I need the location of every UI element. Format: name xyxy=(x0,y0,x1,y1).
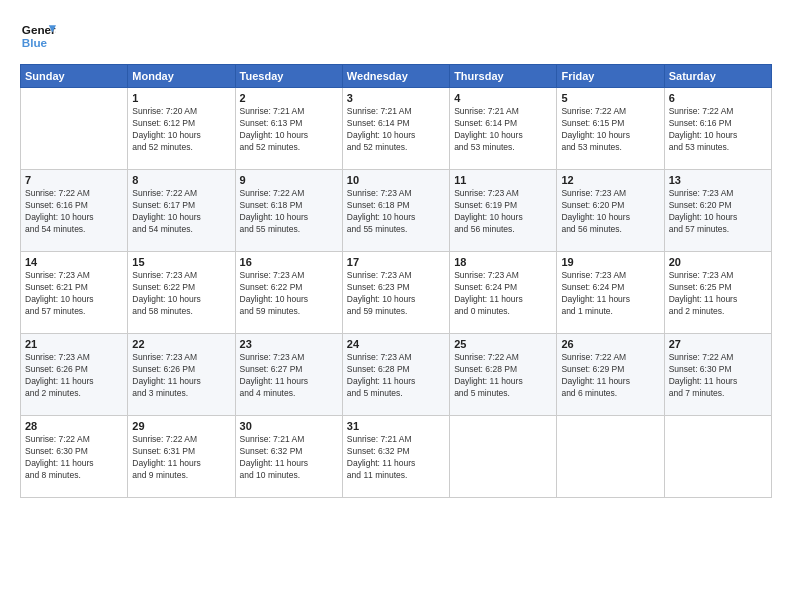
day-info: Sunrise: 7:23 AM Sunset: 6:28 PM Dayligh… xyxy=(347,352,445,400)
calendar-header-row: SundayMondayTuesdayWednesdayThursdayFrid… xyxy=(21,65,772,88)
day-number: 31 xyxy=(347,420,445,432)
day-info: Sunrise: 7:22 AM Sunset: 6:17 PM Dayligh… xyxy=(132,188,230,236)
day-cell: 7Sunrise: 7:22 AM Sunset: 6:16 PM Daylig… xyxy=(21,170,128,252)
day-cell xyxy=(450,416,557,498)
day-info: Sunrise: 7:21 AM Sunset: 6:32 PM Dayligh… xyxy=(240,434,338,482)
col-header-wednesday: Wednesday xyxy=(342,65,449,88)
day-number: 27 xyxy=(669,338,767,350)
day-number: 18 xyxy=(454,256,552,268)
day-cell: 10Sunrise: 7:23 AM Sunset: 6:18 PM Dayli… xyxy=(342,170,449,252)
day-cell xyxy=(21,88,128,170)
col-header-friday: Friday xyxy=(557,65,664,88)
day-cell: 5Sunrise: 7:22 AM Sunset: 6:15 PM Daylig… xyxy=(557,88,664,170)
day-cell: 20Sunrise: 7:23 AM Sunset: 6:25 PM Dayli… xyxy=(664,252,771,334)
week-row-2: 7Sunrise: 7:22 AM Sunset: 6:16 PM Daylig… xyxy=(21,170,772,252)
day-cell: 23Sunrise: 7:23 AM Sunset: 6:27 PM Dayli… xyxy=(235,334,342,416)
day-number: 7 xyxy=(25,174,123,186)
day-cell: 28Sunrise: 7:22 AM Sunset: 6:30 PM Dayli… xyxy=(21,416,128,498)
day-info: Sunrise: 7:22 AM Sunset: 6:30 PM Dayligh… xyxy=(25,434,123,482)
week-row-3: 14Sunrise: 7:23 AM Sunset: 6:21 PM Dayli… xyxy=(21,252,772,334)
day-number: 28 xyxy=(25,420,123,432)
day-info: Sunrise: 7:23 AM Sunset: 6:24 PM Dayligh… xyxy=(561,270,659,318)
day-info: Sunrise: 7:23 AM Sunset: 6:22 PM Dayligh… xyxy=(240,270,338,318)
day-info: Sunrise: 7:22 AM Sunset: 6:16 PM Dayligh… xyxy=(669,106,767,154)
day-number: 9 xyxy=(240,174,338,186)
day-cell: 14Sunrise: 7:23 AM Sunset: 6:21 PM Dayli… xyxy=(21,252,128,334)
day-cell: 21Sunrise: 7:23 AM Sunset: 6:26 PM Dayli… xyxy=(21,334,128,416)
day-info: Sunrise: 7:20 AM Sunset: 6:12 PM Dayligh… xyxy=(132,106,230,154)
day-cell: 1Sunrise: 7:20 AM Sunset: 6:12 PM Daylig… xyxy=(128,88,235,170)
day-number: 11 xyxy=(454,174,552,186)
col-header-sunday: Sunday xyxy=(21,65,128,88)
col-header-monday: Monday xyxy=(128,65,235,88)
col-header-thursday: Thursday xyxy=(450,65,557,88)
day-cell: 30Sunrise: 7:21 AM Sunset: 6:32 PM Dayli… xyxy=(235,416,342,498)
day-cell: 16Sunrise: 7:23 AM Sunset: 6:22 PM Dayli… xyxy=(235,252,342,334)
day-cell: 24Sunrise: 7:23 AM Sunset: 6:28 PM Dayli… xyxy=(342,334,449,416)
day-info: Sunrise: 7:21 AM Sunset: 6:14 PM Dayligh… xyxy=(347,106,445,154)
day-number: 17 xyxy=(347,256,445,268)
day-cell: 4Sunrise: 7:21 AM Sunset: 6:14 PM Daylig… xyxy=(450,88,557,170)
calendar-table: SundayMondayTuesdayWednesdayThursdayFrid… xyxy=(20,64,772,498)
week-row-5: 28Sunrise: 7:22 AM Sunset: 6:30 PM Dayli… xyxy=(21,416,772,498)
day-cell: 25Sunrise: 7:22 AM Sunset: 6:28 PM Dayli… xyxy=(450,334,557,416)
day-number: 23 xyxy=(240,338,338,350)
day-cell xyxy=(664,416,771,498)
day-cell: 18Sunrise: 7:23 AM Sunset: 6:24 PM Dayli… xyxy=(450,252,557,334)
day-info: Sunrise: 7:23 AM Sunset: 6:22 PM Dayligh… xyxy=(132,270,230,318)
day-info: Sunrise: 7:23 AM Sunset: 6:27 PM Dayligh… xyxy=(240,352,338,400)
day-number: 29 xyxy=(132,420,230,432)
day-cell: 17Sunrise: 7:23 AM Sunset: 6:23 PM Dayli… xyxy=(342,252,449,334)
day-number: 1 xyxy=(132,92,230,104)
page-header: General Blue xyxy=(20,18,772,54)
day-info: Sunrise: 7:23 AM Sunset: 6:20 PM Dayligh… xyxy=(669,188,767,236)
day-info: Sunrise: 7:21 AM Sunset: 6:14 PM Dayligh… xyxy=(454,106,552,154)
day-cell: 27Sunrise: 7:22 AM Sunset: 6:30 PM Dayli… xyxy=(664,334,771,416)
day-info: Sunrise: 7:23 AM Sunset: 6:23 PM Dayligh… xyxy=(347,270,445,318)
day-info: Sunrise: 7:23 AM Sunset: 6:26 PM Dayligh… xyxy=(132,352,230,400)
day-cell xyxy=(557,416,664,498)
col-header-tuesday: Tuesday xyxy=(235,65,342,88)
day-info: Sunrise: 7:22 AM Sunset: 6:15 PM Dayligh… xyxy=(561,106,659,154)
day-number: 4 xyxy=(454,92,552,104)
day-cell: 8Sunrise: 7:22 AM Sunset: 6:17 PM Daylig… xyxy=(128,170,235,252)
day-cell: 2Sunrise: 7:21 AM Sunset: 6:13 PM Daylig… xyxy=(235,88,342,170)
day-info: Sunrise: 7:21 AM Sunset: 6:13 PM Dayligh… xyxy=(240,106,338,154)
day-cell: 11Sunrise: 7:23 AM Sunset: 6:19 PM Dayli… xyxy=(450,170,557,252)
day-cell: 12Sunrise: 7:23 AM Sunset: 6:20 PM Dayli… xyxy=(557,170,664,252)
day-number: 30 xyxy=(240,420,338,432)
day-number: 24 xyxy=(347,338,445,350)
day-cell: 3Sunrise: 7:21 AM Sunset: 6:14 PM Daylig… xyxy=(342,88,449,170)
day-cell: 9Sunrise: 7:22 AM Sunset: 6:18 PM Daylig… xyxy=(235,170,342,252)
day-number: 19 xyxy=(561,256,659,268)
day-cell: 31Sunrise: 7:21 AM Sunset: 6:32 PM Dayli… xyxy=(342,416,449,498)
day-cell: 19Sunrise: 7:23 AM Sunset: 6:24 PM Dayli… xyxy=(557,252,664,334)
day-cell: 29Sunrise: 7:22 AM Sunset: 6:31 PM Dayli… xyxy=(128,416,235,498)
day-number: 12 xyxy=(561,174,659,186)
day-cell: 15Sunrise: 7:23 AM Sunset: 6:22 PM Dayli… xyxy=(128,252,235,334)
day-number: 3 xyxy=(347,92,445,104)
day-info: Sunrise: 7:22 AM Sunset: 6:30 PM Dayligh… xyxy=(669,352,767,400)
day-cell: 22Sunrise: 7:23 AM Sunset: 6:26 PM Dayli… xyxy=(128,334,235,416)
day-number: 8 xyxy=(132,174,230,186)
day-info: Sunrise: 7:23 AM Sunset: 6:25 PM Dayligh… xyxy=(669,270,767,318)
day-info: Sunrise: 7:23 AM Sunset: 6:21 PM Dayligh… xyxy=(25,270,123,318)
day-info: Sunrise: 7:22 AM Sunset: 6:31 PM Dayligh… xyxy=(132,434,230,482)
day-cell: 26Sunrise: 7:22 AM Sunset: 6:29 PM Dayli… xyxy=(557,334,664,416)
svg-text:Blue: Blue xyxy=(22,36,48,49)
day-info: Sunrise: 7:23 AM Sunset: 6:24 PM Dayligh… xyxy=(454,270,552,318)
svg-text:General: General xyxy=(22,23,56,36)
day-info: Sunrise: 7:22 AM Sunset: 6:16 PM Dayligh… xyxy=(25,188,123,236)
day-cell: 6Sunrise: 7:22 AM Sunset: 6:16 PM Daylig… xyxy=(664,88,771,170)
day-number: 10 xyxy=(347,174,445,186)
col-header-saturday: Saturday xyxy=(664,65,771,88)
logo-icon: General Blue xyxy=(20,18,56,54)
day-number: 6 xyxy=(669,92,767,104)
week-row-4: 21Sunrise: 7:23 AM Sunset: 6:26 PM Dayli… xyxy=(21,334,772,416)
day-number: 16 xyxy=(240,256,338,268)
day-number: 25 xyxy=(454,338,552,350)
day-info: Sunrise: 7:22 AM Sunset: 6:28 PM Dayligh… xyxy=(454,352,552,400)
day-info: Sunrise: 7:23 AM Sunset: 6:19 PM Dayligh… xyxy=(454,188,552,236)
day-info: Sunrise: 7:23 AM Sunset: 6:26 PM Dayligh… xyxy=(25,352,123,400)
logo: General Blue xyxy=(20,18,56,54)
